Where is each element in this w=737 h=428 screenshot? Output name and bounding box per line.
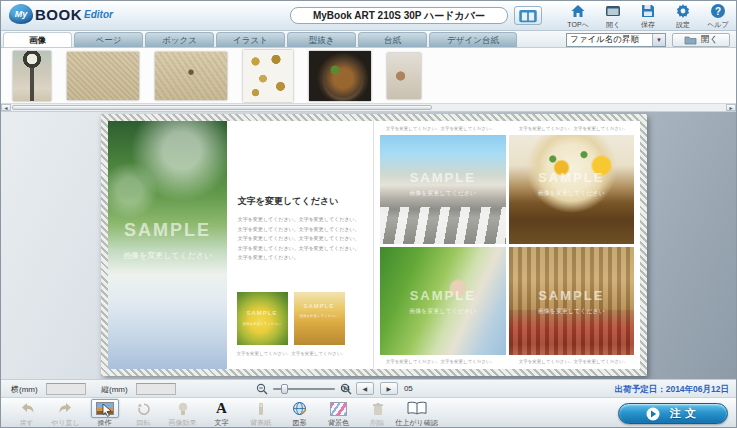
image-placeholder-text: 画像を変更してください bbox=[509, 189, 635, 198]
tab-mounts[interactable]: 台紙 bbox=[358, 32, 427, 47]
settings-button[interactable]: 設定 bbox=[670, 3, 696, 30]
tab-images[interactable]: 画像 bbox=[3, 32, 72, 47]
undo-button[interactable]: 戻す bbox=[7, 399, 46, 428]
width-input[interactable] bbox=[46, 383, 86, 395]
tab-design-mounts[interactable]: デザイン台紙 bbox=[429, 32, 517, 47]
tab-bar: 画像 ページ ボックス イラスト 型抜き 台紙 デザイン台紙 ファイル名の昇順 … bbox=[1, 31, 736, 48]
scroll-right-arrow[interactable]: ► bbox=[726, 104, 736, 111]
bottom-toolbar: 戻す やり直し 操作 回転 画像効 bbox=[1, 397, 736, 428]
image-placeholder-text: 画像を変更してください bbox=[294, 314, 345, 318]
undo-icon bbox=[19, 402, 35, 415]
text-line: 文字を変更してください。文字を変更してください。 bbox=[238, 234, 365, 244]
zoom-slider-handle[interactable] bbox=[281, 384, 288, 394]
thumbnail-scrollbar[interactable]: ◄ ► bbox=[1, 104, 736, 112]
height-label: 縦(mm) bbox=[101, 384, 128, 395]
editor-canvas: SAMPLE 画像を変更してください 文字を変更してください 文字を変更してくだ… bbox=[1, 112, 736, 379]
caption-text[interactable]: 文字を変更してください。文字を変更してください。 bbox=[374, 126, 507, 131]
preview-book-icon bbox=[407, 401, 427, 416]
text-tool-button[interactable]: A 文字 bbox=[202, 399, 241, 428]
thumbnail-food-tray[interactable] bbox=[387, 53, 421, 99]
thumbnail-sand-texture[interactable] bbox=[67, 52, 139, 100]
sample-watermark: SAMPLE bbox=[294, 303, 345, 309]
image-effect-button[interactable]: 画像効果 bbox=[163, 399, 202, 428]
ship-date-text: 出荷予定日：2014年06月12日 bbox=[615, 384, 729, 396]
help-icon: ? bbox=[710, 3, 726, 19]
status-bar: 横(mm) 縦(mm) 04 ◀ ▶ 05 出荷予定日：2014年06月12日 bbox=[1, 379, 736, 397]
image-placeholder-text: 画像を変更してください bbox=[380, 307, 506, 316]
background-color-icon bbox=[330, 402, 347, 416]
sample-watermark: SAMPLE bbox=[380, 170, 506, 185]
page-number-left: 04 bbox=[341, 384, 350, 393]
scrollbar-thumb[interactable] bbox=[12, 105, 432, 110]
shape-globe-icon bbox=[292, 401, 307, 416]
photo-girl-boards[interactable]: SAMPLE 画像を変更してください bbox=[509, 247, 635, 356]
photo-street-scene[interactable]: SAMPLE 画像を変更してください bbox=[380, 135, 506, 244]
spread-pages: SAMPLE 画像を変更してください 文字を変更してください 文字を変更してくだ… bbox=[108, 121, 640, 369]
photo-loco-moco[interactable]: SAMPLE 画像を変更してください bbox=[509, 135, 635, 244]
left-caption-text[interactable]: 文字を変更してください。文字を変更してください。 bbox=[237, 351, 346, 356]
width-label: 横(mm) bbox=[11, 384, 38, 395]
delete-button[interactable]: 削除 bbox=[358, 399, 397, 428]
thumbnail-clock-tower[interactable] bbox=[13, 51, 51, 101]
select-tool-button[interactable]: 操作 bbox=[85, 399, 124, 428]
book-title-input[interactable] bbox=[290, 7, 508, 24]
caption-text[interactable]: 文字を変更してください。文字を変更してください。 bbox=[507, 359, 640, 364]
photo-banana-dish[interactable]: SAMPLE 画像を変更してください bbox=[294, 292, 345, 345]
top-button[interactable]: TOPへ bbox=[565, 3, 591, 30]
next-page-button[interactable]: ▶ bbox=[380, 382, 398, 395]
photo-girl-leaves[interactable]: SAMPLE 画像を変更してください bbox=[380, 247, 506, 356]
photo-yellow-flower[interactable]: SAMPLE 画像を変更してください bbox=[237, 292, 288, 345]
scroll-left-arrow[interactable]: ◄ bbox=[1, 104, 11, 111]
preview-button[interactable]: 仕上がり確認 bbox=[397, 399, 436, 428]
thumbnail-accessories[interactable] bbox=[243, 50, 293, 102]
order-button[interactable]: 注文 bbox=[618, 403, 728, 424]
zoom-out-icon[interactable] bbox=[256, 383, 268, 395]
caption-text[interactable]: 文字を変更してください。文字を変更してください。 bbox=[507, 126, 640, 131]
sample-watermark: SAMPLE bbox=[380, 288, 506, 303]
help-button[interactable]: ? ヘルプ bbox=[705, 3, 731, 30]
tool-buttons: 戻す やり直し 操作 回転 画像効 bbox=[7, 399, 436, 428]
image-thumbnail-strip bbox=[1, 48, 736, 104]
zoom-slider[interactable] bbox=[273, 388, 335, 390]
mouse-cursor bbox=[101, 403, 113, 421]
image-placeholder-text: 画像を変更してください bbox=[380, 189, 506, 198]
image-placeholder-text: 画像を変更してください bbox=[509, 307, 635, 316]
text-icon: A bbox=[216, 401, 227, 416]
page-left: SAMPLE 画像を変更してください 文字を変更してください 文字を変更してくだ… bbox=[108, 121, 374, 369]
prev-page-button[interactable]: ◀ bbox=[356, 382, 374, 395]
spine-icon bbox=[256, 402, 266, 416]
shape-tool-button[interactable]: 図形 bbox=[280, 399, 319, 428]
rotate-button[interactable]: 回転 bbox=[124, 399, 163, 428]
tab-boxes[interactable]: ボックス bbox=[145, 32, 214, 47]
tab-illustrations[interactable]: イラスト bbox=[216, 32, 285, 47]
open-button[interactable]: 開く bbox=[600, 3, 626, 30]
delete-icon bbox=[372, 402, 384, 416]
photo-girl-tree[interactable]: SAMPLE 画像を変更してください bbox=[108, 121, 227, 369]
background-color-button[interactable]: 背景色 bbox=[319, 399, 358, 428]
page-number-right: 05 bbox=[404, 384, 413, 393]
logo-swoosh-icon: My bbox=[9, 4, 33, 24]
left-text-block[interactable]: 文字を変更してください 文字を変更してください。文字を変更してください。 文字を… bbox=[238, 195, 365, 263]
save-icon bbox=[640, 3, 656, 19]
spine-button[interactable]: 背表紙 bbox=[241, 399, 280, 428]
mybook-editor-window: My BOOK Editor TOPへ 開く 保存 設定 bbox=[0, 0, 737, 428]
sample-watermark: SAMPLE bbox=[509, 288, 635, 303]
svg-text:?: ? bbox=[715, 6, 721, 17]
header-bar: My BOOK Editor TOPへ 開く 保存 設定 bbox=[1, 1, 736, 31]
tab-cutouts[interactable]: 型抜き bbox=[287, 32, 356, 47]
sort-order-select[interactable]: ファイル名の昇順 ▼ bbox=[566, 33, 666, 47]
caption-text[interactable]: 文字を変更してください。文字を変更してください。 bbox=[374, 359, 507, 364]
image-effect-icon bbox=[177, 402, 189, 416]
open-files-button[interactable]: 開く bbox=[672, 33, 730, 47]
thumbnail-sand-person[interactable] bbox=[155, 52, 227, 100]
app-logo: My BOOK Editor bbox=[9, 4, 113, 24]
thumbnail-burger[interactable] bbox=[309, 51, 371, 101]
book-info-button[interactable] bbox=[514, 6, 542, 25]
height-input[interactable] bbox=[136, 383, 176, 395]
rotate-icon bbox=[137, 402, 151, 416]
text-line: 文字を変更してください。文字を変更してください。 bbox=[238, 225, 365, 235]
tab-pages[interactable]: ページ bbox=[74, 32, 143, 47]
redo-button[interactable]: やり直し bbox=[46, 399, 85, 428]
save-button[interactable]: 保存 bbox=[635, 3, 661, 30]
book-icon bbox=[518, 9, 538, 23]
